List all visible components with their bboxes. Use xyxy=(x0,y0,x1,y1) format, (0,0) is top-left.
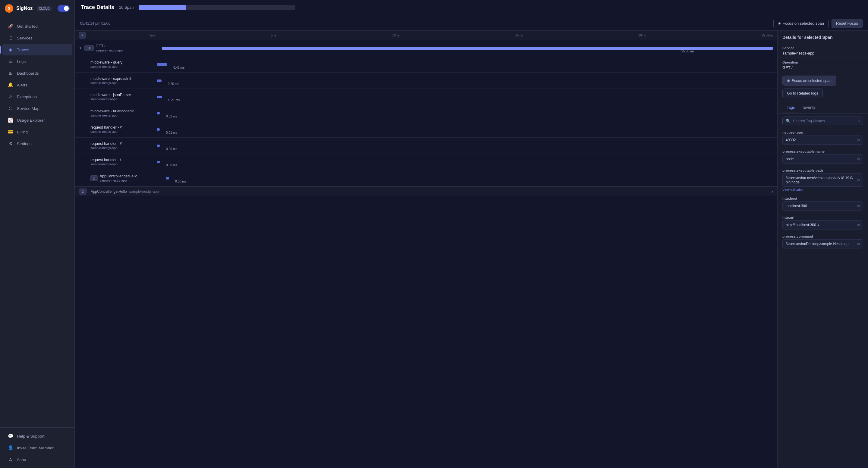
sidebar-item-settings[interactable]: ⚙ Settings xyxy=(2,138,72,149)
spans-list: + 0ms5ms10ms15ms20ms25.86ms ▼ 10 GET / s… xyxy=(75,31,778,468)
span-row-span8[interactable]: 2 AppController.getHello sample-nestjs-a… xyxy=(75,170,777,187)
sidebar-bottom-help-support[interactable]: 💬 Help & Support xyxy=(2,430,72,442)
span-arrow-root: ▼ xyxy=(79,46,83,50)
tab-events[interactable]: Events xyxy=(799,102,819,113)
span-row-root[interactable]: ▼ 10 GET / sample-nestjs-app 25.86 ms xyxy=(75,40,777,56)
sidebar-bottom-invite-team[interactable]: 👤 Invite Team Member xyxy=(2,442,72,454)
sidebar-icon-get-started: 🚀 xyxy=(8,24,13,29)
reset-focus-btn[interactable]: Reset Focus xyxy=(832,19,863,28)
service-value: sample-nestjs-app xyxy=(782,51,863,56)
span-service-span1: sample-nestjs-app xyxy=(90,65,157,68)
sidebar-item-get-started[interactable]: 🚀 Get Started xyxy=(2,21,72,32)
sidebar-header: S SigNoz CLOUD xyxy=(0,0,74,17)
span-name-block-span2: middleware - expressInit sample-nestjs-a… xyxy=(90,76,157,85)
span-duration-span5: 0.01 ms xyxy=(166,131,177,134)
span-row-span6[interactable]: request handler - /* sample-nestjs-app 0… xyxy=(75,138,777,154)
span-count: 10 Span xyxy=(119,5,133,10)
sidebar-item-alerts[interactable]: 🔔 Alerts xyxy=(2,79,72,91)
span-arrow-span3 xyxy=(85,95,89,99)
sidebar-label-logs: Logs xyxy=(17,59,26,64)
sidebar-item-services[interactable]: ⬡ Services xyxy=(2,32,72,44)
span-bar-area-span4: 0.02 ms xyxy=(157,108,773,119)
span-bar-span8 xyxy=(166,177,169,179)
sidebar: S SigNoz CLOUD 🚀 Get Started ⬡ Services … xyxy=(0,0,75,468)
span-name-block-root: GET / sample-nestjs-app xyxy=(96,44,162,52)
sidebar-icon-help-support: 💬 xyxy=(8,433,13,439)
sidebar-item-usage-explorer[interactable]: 📈 Usage Explorer xyxy=(2,114,72,126)
span-count-badge-root: 10 xyxy=(84,45,94,51)
sidebar-label-dashboards: Dashboards xyxy=(17,71,39,76)
span-arrow-span1 xyxy=(85,62,89,67)
span-service-span2: sample-nestjs-app xyxy=(90,81,157,85)
search-submit-icon[interactable]: ⌕ xyxy=(858,119,860,123)
chevron-right-icon[interactable]: › xyxy=(772,189,773,194)
span-row-span2[interactable]: middleware - expressInit sample-nestjs-a… xyxy=(75,73,777,89)
span-duration-span6: 0.00 ms xyxy=(166,147,177,151)
span-duration-span1: 0.43 ms xyxy=(173,66,184,69)
add-span-btn[interactable]: + xyxy=(79,32,86,38)
tick-label: 5ms xyxy=(271,34,277,37)
span-row-span1[interactable]: middleware - query sample-nestjs-app 0.4… xyxy=(75,56,777,73)
sidebar-icon-dashboards: ⊞ xyxy=(8,70,13,76)
sidebar-label-exceptions: Exceptions xyxy=(17,95,37,99)
span-duration-span7: 0.00 ms xyxy=(166,163,177,167)
sidebar-item-billing[interactable]: 💳 Billing xyxy=(2,126,72,138)
span-name-block-span5: request handler - /* sample-nestjs-app xyxy=(90,125,157,133)
go-to-related-logs-btn[interactable]: Go to Related logs xyxy=(782,89,823,98)
span-row-span3[interactable]: middleware - jsonParser sample-nestjs-ap… xyxy=(75,89,777,105)
sidebar-item-traces[interactable]: ◈ Traces xyxy=(2,44,72,56)
tag-copy-icon-4[interactable]: ⧉ xyxy=(857,223,860,227)
tab-tags[interactable]: Tags xyxy=(782,102,799,113)
span-duration-span2: 0.20 ms xyxy=(168,82,179,86)
tag-copy-icon-2[interactable]: ⧉ xyxy=(857,178,860,182)
tag-value-box-0: 49392 ⧉ xyxy=(782,136,863,144)
sidebar-item-service-map[interactable]: ⬡ Service Map xyxy=(2,103,72,114)
tag-key-2: process.executable.path xyxy=(782,169,863,172)
span-row-span4[interactable]: middleware - urlencodedP... sample-nestj… xyxy=(75,105,777,121)
span-operation-span5: request handler - /* xyxy=(90,125,157,130)
trace-header: Trace Details 10 Span xyxy=(75,0,868,16)
service-detail: Service sample-nestjs-app xyxy=(778,43,868,58)
sidebar-item-exceptions[interactable]: ⚠ Exceptions xyxy=(2,91,72,102)
focus-selected-span-btn[interactable]: ◈ Focus on selected span xyxy=(782,76,836,86)
operation-value: GET / xyxy=(782,65,863,70)
span-operation-span6: request handler - /* xyxy=(90,141,157,146)
tag-search-box[interactable]: 🔍 ⌕ xyxy=(782,116,863,125)
focus-btn-icon: ◈ xyxy=(787,78,790,83)
tag-key-5: process.command xyxy=(782,235,863,238)
bottom-operation: AppController.getHello xyxy=(91,190,127,194)
sidebar-icon-traces: ◈ xyxy=(8,47,13,53)
right-panel-title: Details for selected Span xyxy=(778,31,868,43)
tag-copy-icon-0[interactable]: ⧉ xyxy=(857,138,860,142)
view-full-link-2[interactable]: View full value xyxy=(782,188,863,192)
bottom-service: sample-nestjs-app xyxy=(129,190,159,194)
span-row-span5[interactable]: request handler - /* sample-nestjs-app 0… xyxy=(75,121,777,138)
tag-value-box-2: /Users/ashu/.nvm/versions/node/v18.19.0/… xyxy=(782,173,863,187)
span-bar-span5 xyxy=(157,128,160,131)
sidebar-icon-logs: ☰ xyxy=(8,59,13,64)
tag-value-box-1: node ⧉ xyxy=(782,155,863,164)
tag-copy-icon-1[interactable]: ⧉ xyxy=(857,157,860,161)
sidebar-item-dashboards[interactable]: ⊞ Dashboards xyxy=(2,67,72,79)
span-row-span7[interactable]: request handler - / sample-nestjs-app 0.… xyxy=(75,154,777,170)
tag-section-3: http.host localhost:3001 ⧉ xyxy=(778,194,868,213)
tag-section-0: net.peer.port 49392 ⧉ xyxy=(778,128,868,147)
sidebar-icon-usage-explorer: 📈 xyxy=(8,118,13,123)
sidebar-bottom-user[interactable]: A Ashu xyxy=(2,454,72,465)
right-panel-actions: ◈ Focus on selected span Go to Related l… xyxy=(778,72,868,102)
trace-timeline-bar xyxy=(138,5,296,10)
theme-toggle[interactable] xyxy=(58,5,70,12)
tag-copy-icon-3[interactable]: ⧉ xyxy=(857,204,860,208)
focus-selected-btn[interactable]: ◈ Focus on selected span xyxy=(773,19,829,28)
tick-label: 10ms xyxy=(393,34,400,37)
tick-label: 25.86ms xyxy=(762,34,773,37)
tick-label: 20ms xyxy=(638,34,646,37)
tag-search-input[interactable] xyxy=(793,119,855,123)
span-operation-root: GET / xyxy=(96,44,162,48)
span-count-badge-span8: 2 xyxy=(90,175,98,181)
sidebar-item-logs[interactable]: ☰ Logs xyxy=(2,56,72,67)
span-name-block-span3: middleware - jsonParser sample-nestjs-ap… xyxy=(90,93,157,101)
span-service-span3: sample-nestjs-app xyxy=(90,97,157,101)
spans-area: + 0ms5ms10ms15ms20ms25.86ms ▼ 10 GET / s… xyxy=(75,31,868,468)
tag-copy-icon-5[interactable]: ⧉ xyxy=(857,242,860,246)
